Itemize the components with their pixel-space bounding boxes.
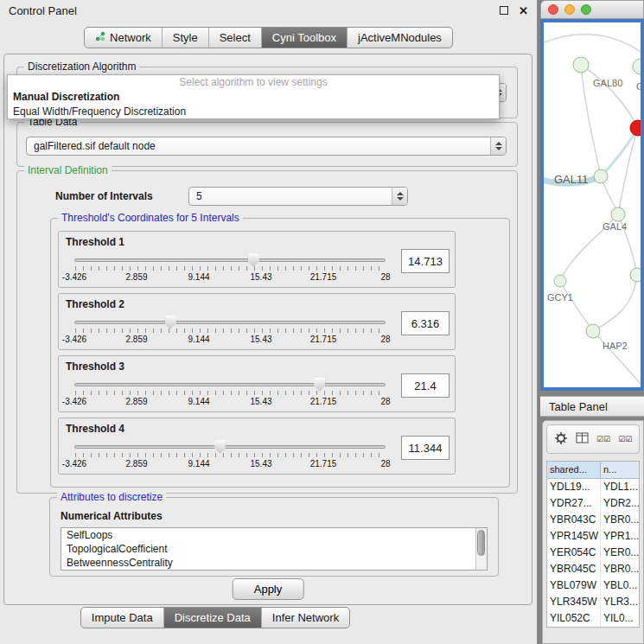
threshold-4-value[interactable]: 11.344 xyxy=(401,436,450,460)
table-row[interactable]: YDR27...YDR2... xyxy=(547,495,639,512)
group-title: Interval Definition xyxy=(24,164,112,176)
tab-select[interactable]: Select xyxy=(209,28,262,48)
slider-thumb[interactable] xyxy=(214,440,226,454)
threshold-label: Threshold 3 xyxy=(66,360,124,373)
slider-track[interactable] xyxy=(74,445,386,449)
network-view-window: GAL80 GAL GAL11 GAL4 GCY1 HAP2 xyxy=(540,0,644,391)
node-gal80[interactable] xyxy=(573,57,589,73)
node-label-partial: GAL xyxy=(636,81,641,92)
node-gal4[interactable] xyxy=(611,207,625,221)
threshold-label: Threshold 2 xyxy=(66,298,124,310)
node-selected-red[interactable] xyxy=(630,120,641,136)
threshold-1-value[interactable]: 14.713 xyxy=(401,249,450,273)
node-label-gal4: GAL4 xyxy=(603,221,627,232)
table-header-row: shared... n... xyxy=(547,462,639,479)
top-tabbar: Network Style Select Cyni Toolbox jActiv… xyxy=(0,27,537,48)
apply-button[interactable]: Apply xyxy=(233,578,304,600)
group-title: Discretization Algorithm xyxy=(24,61,139,73)
medium-edge xyxy=(601,128,638,176)
dropdown-placeholder: Select algorithm to view settings xyxy=(8,75,499,90)
table-toolbar: ☑☑ ☑☑ xyxy=(546,424,640,454)
threshold-panel-4: Threshold 4 -3.426 2.859 9.144 15.43 21.… xyxy=(58,418,456,475)
node-clipped-right[interactable] xyxy=(630,268,641,282)
column-header-name[interactable]: n... xyxy=(601,462,639,479)
table-row[interactable]: YBR043CYBR0... xyxy=(547,512,639,528)
threshold-3-value[interactable]: 21.4 xyxy=(401,373,450,398)
threshold-2-value[interactable]: 6.316 xyxy=(401,311,450,335)
tab-impute-data[interactable]: Impute Data xyxy=(81,608,164,628)
interval-definition-group: Interval Definition Number of Intervals … xyxy=(16,170,518,494)
threshold-3-slider[interactable]: -3.426 2.859 9.144 15.43 21.715 28 xyxy=(74,377,386,410)
slider-track[interactable] xyxy=(74,383,386,386)
threshold-panel-3: Threshold 3 -3.426 2.859 9.144 15.43 21.… xyxy=(58,355,456,412)
threshold-4-slider[interactable]: -3.426 2.859 9.144 15.43 21.715 28 xyxy=(74,439,386,472)
table-row[interactable]: YER054CYER0... xyxy=(547,545,639,561)
table-row[interactable]: YLR345WYLR3... xyxy=(547,594,639,610)
table-row[interactable]: YPR145WYPR1... xyxy=(547,528,639,545)
close-traffic-light-icon[interactable] xyxy=(548,4,558,15)
close-icon[interactable]: ✕ xyxy=(519,5,528,16)
select-columns-icon[interactable]: ☑☑ xyxy=(596,436,610,443)
select-rows-icon[interactable]: ☑☑ xyxy=(618,436,632,443)
list-item[interactable]: SelfLoops xyxy=(61,528,487,542)
slider-track[interactable] xyxy=(74,321,386,324)
slider-ticks xyxy=(75,453,386,457)
node-label-gal11: GAL11 xyxy=(554,173,589,186)
slider-ticks xyxy=(75,391,386,395)
node-label-gcy1: GCY1 xyxy=(547,292,573,303)
column-header-shared-name[interactable]: shared... xyxy=(547,462,601,479)
table-panel-titlebar[interactable]: Table Panel xyxy=(540,396,644,417)
table-data-combo[interactable]: galFiltered.sif default node xyxy=(26,137,507,156)
tab-cyni-toolbox[interactable]: Cyni Toolbox xyxy=(262,28,348,48)
list-item[interactable]: TopologicalCoefficient xyxy=(61,542,487,556)
dropdown-option-manual[interactable]: Manual Discretization xyxy=(8,90,499,105)
table-row[interactable]: YBR045CYBR0... xyxy=(547,561,639,577)
dropdown-option-equal-width[interactable]: Equal Width/Frequency Discretization xyxy=(8,105,499,119)
scrollbar-thumb[interactable] xyxy=(477,530,485,556)
network-canvas[interactable]: GAL80 GAL GAL11 GAL4 GCY1 HAP2 xyxy=(540,19,644,391)
minimize-traffic-light-icon[interactable] xyxy=(564,4,575,15)
float-window-icon[interactable] xyxy=(500,6,508,15)
columns-icon[interactable] xyxy=(576,432,589,446)
slider-thumb[interactable] xyxy=(165,316,176,329)
slider-ticks xyxy=(75,266,386,271)
node-hap2[interactable] xyxy=(586,324,600,338)
node-gal11[interactable] xyxy=(594,169,608,183)
node-label-hap2: HAP2 xyxy=(603,341,628,351)
table-row[interactable]: YBL079WYBL0... xyxy=(547,577,639,594)
threshold-panel-2: Threshold 2 -3.426 2.859 9.144 15.43 21.… xyxy=(58,293,456,350)
tab-jactivemnodules[interactable]: jActiveMNodules xyxy=(348,28,452,48)
tab-discretize-data[interactable]: Discretize Data xyxy=(164,608,262,628)
tab-infer-network[interactable]: Infer Network xyxy=(262,608,349,628)
network-window-titlebar[interactable] xyxy=(540,0,644,19)
table-panel: ☑☑ ☑☑ shared... n... YDL19...YDL1... YDR… xyxy=(542,420,644,644)
network-icon xyxy=(95,31,105,44)
node-table: shared... n... YDL19...YDL1... YDR27...Y… xyxy=(546,461,640,628)
threshold-1-slider[interactable]: -3.426 2.859 9.144 15.43 21.715 28 xyxy=(74,252,386,285)
slider-thumb[interactable] xyxy=(248,253,259,267)
list-item[interactable]: BetweennessCentrality xyxy=(61,556,487,570)
control-panel-titlebar: Control Panel ✕ xyxy=(0,0,537,21)
table-row[interactable]: YDL19...YDL1... xyxy=(547,479,639,495)
node-gcy1[interactable] xyxy=(554,275,566,287)
list-scrollbar[interactable] xyxy=(475,528,487,570)
slider-thumb[interactable] xyxy=(314,378,325,392)
zoom-traffic-light-icon[interactable] xyxy=(581,4,591,15)
stepper-icon xyxy=(392,188,407,205)
slider-track[interactable] xyxy=(74,258,386,262)
threshold-label: Threshold 4 xyxy=(66,423,124,435)
table-row[interactable]: YIL052CYIL0... xyxy=(547,610,639,627)
cyni-toolbox-panel: Discretization Algorithm Table Data galF… xyxy=(3,54,532,605)
control-panel: Control Panel ✕ Network Style xyxy=(0,0,538,644)
tab-style[interactable]: Style xyxy=(163,28,209,48)
tab-network[interactable]: Network xyxy=(85,28,163,48)
node-clipped[interactable] xyxy=(633,59,641,74)
threshold-2-slider[interactable]: -3.426 2.859 9.144 15.43 21.715 28 xyxy=(74,315,386,348)
numerical-attributes-list[interactable]: SelfLoops TopologicalCoefficient Between… xyxy=(61,527,488,571)
gear-icon[interactable] xyxy=(554,431,568,448)
stepper-icon xyxy=(490,137,506,155)
node-label-gal80: GAL80 xyxy=(593,78,622,88)
slider-ticks xyxy=(75,328,386,333)
group-title: Attributes to discretize xyxy=(57,491,166,503)
number-of-intervals-combo[interactable]: 5 xyxy=(188,187,408,206)
